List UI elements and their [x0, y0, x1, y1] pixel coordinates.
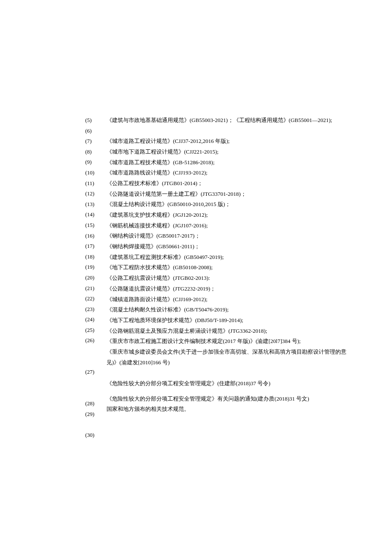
- list-number: (10): [85, 168, 104, 178]
- list-number: (23): [85, 304, 104, 315]
- list-number: (6): [85, 126, 104, 137]
- list-text: 国家和地方颁布的相关技术规范。: [107, 404, 354, 415]
- list-number: (30): [85, 430, 104, 441]
- list-number: (25): [85, 325, 104, 336]
- list-text: 《建筑基坑支护技术规程》(JGJ120-2012);: [107, 210, 354, 221]
- list-number: [85, 388, 104, 398]
- list-text: 《公路工程技术标准》(JTGB01-2014)；: [107, 178, 354, 189]
- list-text: 《危险性较大的分部分项工程安全管理规定》(住建部(2018)37 号令): [107, 378, 354, 394]
- list-text: 《城镇道路路面设计规范》(CJJ169-2012);: [107, 294, 354, 305]
- list-number: (19): [85, 262, 104, 273]
- list-number: (18): [85, 252, 104, 262]
- list-text: 《公路工程抗震设计规范》(JTGB02-2013):: [107, 273, 354, 284]
- list-text: 《建筑与市政地基基础通用规范》(GB55003-2021)；《工程结构通用规范》…: [107, 115, 354, 136]
- list-text: 《城市道路工程技术规范》(GB-51286-2018);: [107, 157, 354, 168]
- list-number: (5): [85, 115, 104, 126]
- list-number: (20): [85, 273, 104, 283]
- list-number: (15): [85, 220, 104, 231]
- list-number: (24): [85, 314, 104, 325]
- list-number: (28): [85, 398, 104, 409]
- reference-list: (5) (6) (7) (8) (9) (10) (11) (12) (13) …: [85, 115, 354, 440]
- list-text: 《公路钢筋混凝土及预应力混凝土桥涵设计规范》(JTG3362-2018);: [107, 326, 354, 337]
- list-number: (22): [85, 293, 104, 304]
- list-text: 《城市道路工程设计规范》(CJJ37-2012,2016 年版);: [107, 136, 354, 147]
- list-number: (17): [85, 241, 104, 252]
- list-number: (8): [85, 147, 104, 157]
- list-text: 《建筑基坑工程监测技术标准》(GB50497-2019);: [107, 252, 354, 263]
- list-text: 《钢筋机械连接技术规程》(JGJ107-2016);: [107, 221, 354, 231]
- list-text: 《混凝土结构耐久性设计标准》(GB/T50476-2019);: [107, 305, 354, 315]
- list-text: 《公路隧道抗震设计规范》(JTG2232-2019)；: [107, 284, 354, 294]
- list-text: 《重庆市市政工程施工图设计文件编制技术规定(2017 年版)》(渝建[20l7]…: [107, 336, 354, 347]
- list-text: 《钢结构设计规范》(GB50017-2017)；: [107, 231, 354, 241]
- list-number: (16): [85, 231, 104, 241]
- list-number: (7): [85, 136, 104, 147]
- list-number: (29): [85, 409, 104, 420]
- list-number: (26): [85, 335, 104, 346]
- list-number: [85, 357, 104, 367]
- list-number: (14): [85, 209, 104, 220]
- list-text: 《混凝土结构设计规范》(GB50010-2010,2015 版)；: [107, 199, 354, 210]
- list-number: (12): [85, 189, 104, 199]
- list-number: (27): [85, 367, 104, 378]
- list-text: 《地下工程防水技术规范》(GB50108-2008);: [107, 262, 354, 273]
- list-number: [85, 419, 104, 430]
- list-text: 《地下工程地质环境保护技术规范》(DBJ50/T-189-2014);: [107, 315, 354, 326]
- list-text: 《城市地下道路工程设计规范》(CJJ221-2015);: [107, 147, 354, 157]
- list-text: 《钢结构焊接规范》(GB50661-2011)；: [107, 241, 354, 252]
- list-number: (21): [85, 283, 104, 294]
- text-column: 《建筑与市政地基基础通用规范》(GB55003-2021)；《工程结构通用规范》…: [107, 115, 354, 440]
- list-number: (13): [85, 199, 104, 210]
- list-text: 《重庆市城乡建设委员会文件(关于进一步加强全市高切坡、深基坑和高填方项目勘察设计…: [107, 347, 354, 378]
- list-text: 《危险性较大的分部分项工程安全管理规定》有关问题的通知(建办质(2018)31 …: [107, 394, 354, 404]
- number-column: (5) (6) (7) (8) (9) (10) (11) (12) (13) …: [85, 115, 104, 440]
- list-number: (9): [85, 157, 104, 168]
- list-number: [85, 346, 104, 357]
- list-text: 《城市道路路线设计规范》(CJJ193-2012);: [107, 168, 354, 178]
- list-number: [85, 378, 104, 388]
- list-number: (11): [85, 178, 104, 189]
- list-text: 《公路隧道设计规范第一册土建工程》(JTG33701-2018)；: [107, 189, 354, 200]
